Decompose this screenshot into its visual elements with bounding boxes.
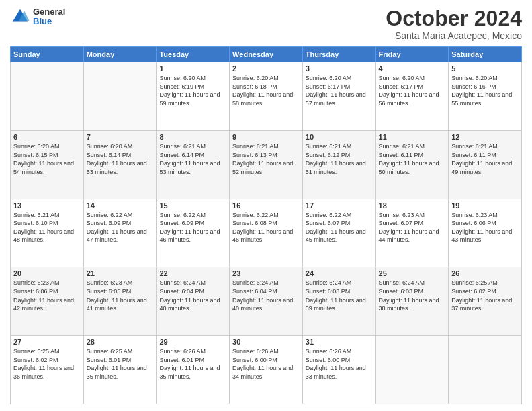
day-info: Sunrise: 6:24 AM Sunset: 6:03 PM Dayligh… <box>306 279 373 312</box>
calendar-day-cell: 30 Sunrise: 6:26 AM Sunset: 6:00 PM Dayl… <box>230 336 303 404</box>
logo-icon <box>10 7 30 27</box>
header: General Blue October 2024 Santa Maria Ac… <box>10 7 522 41</box>
day-number: 23 <box>232 269 300 277</box>
calendar-day-cell: 10 Sunrise: 6:21 AM Sunset: 6:12 PM Dayl… <box>302 130 375 199</box>
day-number: 11 <box>379 133 446 141</box>
calendar-day-cell: 24 Sunrise: 6:24 AM Sunset: 6:03 PM Dayl… <box>302 267 375 336</box>
day-info: Sunrise: 6:23 AM Sunset: 6:06 PM Dayligh… <box>13 279 81 312</box>
calendar-day-cell: 5 Sunrise: 6:20 AM Sunset: 6:16 PM Dayli… <box>449 62 522 131</box>
calendar-day-cell: 15 Sunrise: 6:22 AM Sunset: 6:09 PM Dayl… <box>157 199 230 267</box>
calendar-header-sunday: Sunday <box>11 47 84 62</box>
day-number: 25 <box>379 269 446 277</box>
calendar-day-cell: 29 Sunrise: 6:26 AM Sunset: 6:01 PM Dayl… <box>157 336 230 404</box>
day-info: Sunrise: 6:25 AM Sunset: 6:01 PM Dayligh… <box>87 347 154 381</box>
day-number: 29 <box>159 338 226 346</box>
day-info: Sunrise: 6:21 AM Sunset: 6:12 PM Dayligh… <box>306 142 373 176</box>
day-number: 19 <box>451 201 519 210</box>
calendar-day-cell: 1 Sunrise: 6:20 AM Sunset: 6:19 PM Dayli… <box>157 62 230 131</box>
calendar-week-row: 20 Sunrise: 6:23 AM Sunset: 6:06 PM Dayl… <box>11 267 522 336</box>
calendar-day-cell: 4 Sunrise: 6:20 AM Sunset: 6:17 PM Dayli… <box>375 62 449 131</box>
day-info: Sunrise: 6:22 AM Sunset: 6:08 PM Dayligh… <box>232 211 300 244</box>
day-info: Sunrise: 6:26 AM Sunset: 6:00 PM Dayligh… <box>232 347 300 381</box>
day-number: 15 <box>159 201 226 210</box>
calendar-header-saturday: Saturday <box>449 47 522 62</box>
day-info: Sunrise: 6:22 AM Sunset: 6:09 PM Dayligh… <box>87 211 154 244</box>
calendar-header-monday: Monday <box>83 47 157 62</box>
calendar-day-cell: 21 Sunrise: 6:23 AM Sunset: 6:05 PM Dayl… <box>83 267 157 336</box>
day-number: 22 <box>159 269 226 277</box>
day-info: Sunrise: 6:23 AM Sunset: 6:06 PM Dayligh… <box>451 211 519 244</box>
page: General Blue October 2024 Santa Maria Ac… <box>0 0 532 411</box>
calendar-day-cell <box>11 62 84 131</box>
calendar-header-tuesday: Tuesday <box>157 47 230 62</box>
day-info: Sunrise: 6:20 AM Sunset: 6:19 PM Dayligh… <box>159 74 226 107</box>
calendar-day-cell: 19 Sunrise: 6:23 AM Sunset: 6:06 PM Dayl… <box>449 199 522 267</box>
calendar-header-friday: Friday <box>375 47 449 62</box>
location: Santa Maria Acatepec, Mexico <box>386 30 522 41</box>
calendar-day-cell <box>449 336 522 404</box>
day-info: Sunrise: 6:22 AM Sunset: 6:09 PM Dayligh… <box>159 211 226 244</box>
calendar-day-cell: 8 Sunrise: 6:21 AM Sunset: 6:14 PM Dayli… <box>157 130 230 199</box>
title-area: October 2024 Santa Maria Acatepec, Mexic… <box>386 7 522 41</box>
calendar-day-cell: 20 Sunrise: 6:23 AM Sunset: 6:06 PM Dayl… <box>11 267 84 336</box>
calendar-header-wednesday: Wednesday <box>230 47 303 62</box>
day-number: 28 <box>87 338 154 346</box>
calendar-day-cell <box>83 62 157 131</box>
day-number: 26 <box>451 269 519 277</box>
calendar-day-cell: 26 Sunrise: 6:25 AM Sunset: 6:02 PM Dayl… <box>449 267 522 336</box>
day-info: Sunrise: 6:21 AM Sunset: 6:11 PM Dayligh… <box>379 142 446 176</box>
calendar-day-cell: 7 Sunrise: 6:20 AM Sunset: 6:14 PM Dayli… <box>83 130 157 199</box>
day-number: 13 <box>13 201 81 210</box>
day-info: Sunrise: 6:23 AM Sunset: 6:07 PM Dayligh… <box>379 211 446 244</box>
day-number: 9 <box>232 133 300 141</box>
day-info: Sunrise: 6:20 AM Sunset: 6:16 PM Dayligh… <box>451 74 519 107</box>
day-info: Sunrise: 6:21 AM Sunset: 6:11 PM Dayligh… <box>451 142 519 176</box>
calendar-day-cell: 28 Sunrise: 6:25 AM Sunset: 6:01 PM Dayl… <box>83 336 157 404</box>
day-number: 5 <box>451 64 519 73</box>
calendar-week-row: 6 Sunrise: 6:20 AM Sunset: 6:15 PM Dayli… <box>11 130 522 199</box>
day-info: Sunrise: 6:20 AM Sunset: 6:17 PM Dayligh… <box>379 74 446 107</box>
logo-text: General Blue <box>33 7 65 27</box>
day-number: 16 <box>232 201 300 210</box>
calendar-day-cell: 18 Sunrise: 6:23 AM Sunset: 6:07 PM Dayl… <box>375 199 449 267</box>
day-number: 14 <box>87 201 154 210</box>
calendar-day-cell: 2 Sunrise: 6:20 AM Sunset: 6:18 PM Dayli… <box>230 62 303 131</box>
calendar-day-cell: 22 Sunrise: 6:24 AM Sunset: 6:04 PM Dayl… <box>157 267 230 336</box>
day-number: 24 <box>306 269 373 277</box>
calendar-week-row: 1 Sunrise: 6:20 AM Sunset: 6:19 PM Dayli… <box>11 62 522 131</box>
day-number: 27 <box>13 338 81 346</box>
day-info: Sunrise: 6:24 AM Sunset: 6:03 PM Dayligh… <box>379 279 446 312</box>
calendar-day-cell: 9 Sunrise: 6:21 AM Sunset: 6:13 PM Dayli… <box>230 130 303 199</box>
calendar-day-cell: 25 Sunrise: 6:24 AM Sunset: 6:03 PM Dayl… <box>375 267 449 336</box>
day-number: 2 <box>232 64 300 73</box>
logo-blue-text: Blue <box>33 17 65 26</box>
day-number: 18 <box>379 201 446 210</box>
calendar-table: SundayMondayTuesdayWednesdayThursdayFrid… <box>10 46 522 404</box>
day-info: Sunrise: 6:20 AM Sunset: 6:18 PM Dayligh… <box>232 74 300 107</box>
calendar-day-cell: 27 Sunrise: 6:25 AM Sunset: 6:02 PM Dayl… <box>11 336 84 404</box>
day-info: Sunrise: 6:21 AM Sunset: 6:10 PM Dayligh… <box>13 211 81 244</box>
day-number: 10 <box>306 133 373 141</box>
day-info: Sunrise: 6:26 AM Sunset: 6:01 PM Dayligh… <box>159 347 226 381</box>
day-number: 20 <box>13 269 81 277</box>
calendar-header-thursday: Thursday <box>302 47 375 62</box>
day-number: 31 <box>306 338 373 346</box>
calendar-day-cell: 17 Sunrise: 6:22 AM Sunset: 6:07 PM Dayl… <box>302 199 375 267</box>
day-info: Sunrise: 6:23 AM Sunset: 6:05 PM Dayligh… <box>87 279 154 312</box>
day-info: Sunrise: 6:20 AM Sunset: 6:14 PM Dayligh… <box>87 142 154 176</box>
day-info: Sunrise: 6:25 AM Sunset: 6:02 PM Dayligh… <box>13 347 81 381</box>
calendar-day-cell: 16 Sunrise: 6:22 AM Sunset: 6:08 PM Dayl… <box>230 199 303 267</box>
day-number: 30 <box>232 338 300 346</box>
calendar-day-cell: 14 Sunrise: 6:22 AM Sunset: 6:09 PM Dayl… <box>83 199 157 267</box>
calendar-day-cell: 23 Sunrise: 6:24 AM Sunset: 6:04 PM Dayl… <box>230 267 303 336</box>
day-number: 6 <box>13 133 81 141</box>
calendar-day-cell: 11 Sunrise: 6:21 AM Sunset: 6:11 PM Dayl… <box>375 130 449 199</box>
logo: General Blue <box>10 7 65 27</box>
day-number: 4 <box>379 64 446 73</box>
day-number: 1 <box>159 64 226 73</box>
day-info: Sunrise: 6:24 AM Sunset: 6:04 PM Dayligh… <box>232 279 300 312</box>
day-number: 8 <box>159 133 226 141</box>
day-number: 17 <box>306 201 373 210</box>
calendar-day-cell <box>375 336 449 404</box>
calendar-week-row: 13 Sunrise: 6:21 AM Sunset: 6:10 PM Dayl… <box>11 199 522 267</box>
